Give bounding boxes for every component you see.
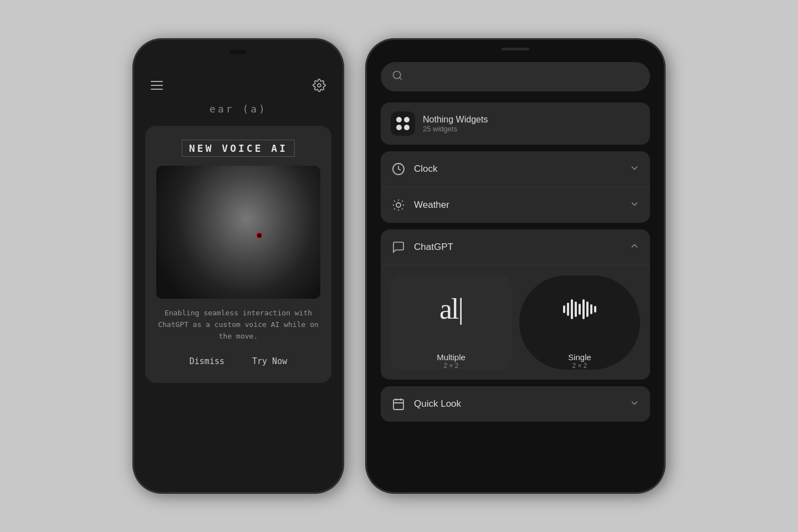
waveform-visual [563,299,596,319]
power-button[interactable] [342,142,344,181]
try-now-button[interactable]: Try Now [247,354,293,369]
left-header [145,79,331,92]
svg-point-0 [318,84,321,87]
search-icon [392,70,403,84]
quick-look-chevron [629,397,640,411]
left-phone: ear (a) NEW VOICE AI Enabling seamless i… [133,39,344,493]
multiple-widget-visual: al| [391,275,511,342]
multiple-widget-name: Multiple [437,352,466,362]
svg-line-11 [402,201,402,201]
chatgpt-label: ChatGPT [414,242,621,253]
chatgpt-widgets-grid: al| Multiple 2 × 2 [381,265,650,380]
multiple-label-area: Multiple 2 × 2 [437,342,466,370]
clock-icon [391,161,406,177]
quick-look-label: Quick Look [414,398,621,410]
clock-label: Clock [414,163,621,175]
promo-card: NEW VOICE AI Enabling seamless interacti… [145,126,331,383]
svg-rect-12 [393,400,403,410]
volume-down-button[interactable] [133,159,134,184]
nothing-app-info: Nothing Widgets 25 widgets [423,115,640,133]
chatgpt-row[interactable]: ChatGPT [381,229,650,265]
svg-line-8 [394,201,395,201]
single-widget-card[interactable]: Single 2 × 2 [519,275,640,370]
chatgpt-chevron [629,241,640,254]
nothing-app-icon [391,111,415,136]
card-actions: Dismiss Try Now [184,354,293,369]
clock-row[interactable]: Clock [381,151,650,187]
svg-point-3 [396,203,401,207]
svg-line-9 [402,208,402,209]
nothing-app-count: 25 widgets [423,125,640,133]
svg-point-1 [393,71,401,79]
card-title: NEW VOICE AI [182,140,295,157]
quick-look-row[interactable]: Quick Look [381,386,650,422]
single-label-area: Single 2 × 2 [568,342,591,370]
multiple-widget-card[interactable]: al| Multiple 2 × 2 [391,275,511,370]
svg-line-10 [394,208,395,209]
weather-icon [391,197,406,213]
clock-chevron [629,162,640,176]
chatgpt-section: ChatGPT al| Multiple [381,229,650,380]
card-image [156,166,320,299]
volume-up-button[interactable] [133,129,134,154]
weather-row[interactable]: Weather [381,187,650,223]
ai-text: al| [439,293,463,325]
search-bar[interactable] [381,62,650,91]
quick-look-section: Quick Look [381,386,650,422]
right-power-button[interactable] [664,151,665,195]
single-widget-visual [519,275,640,342]
nothing-widgets-app[interactable]: Nothing Widgets 25 widgets [381,103,650,145]
single-widget-name: Single [568,352,591,362]
dismiss-button[interactable]: Dismiss [184,354,230,369]
widget-list-section: Clock [381,151,650,223]
weather-chevron [629,198,640,212]
nothing-app-name: Nothing Widgets [423,115,640,125]
brand-logo: ear (a) [209,103,267,115]
multiple-widget-size: 2 × 2 [443,362,458,370]
chatgpt-icon [391,239,406,255]
right-phone: Nothing Widgets 25 widgets Clock [366,39,665,493]
weather-label: Weather [414,200,621,211]
hamburger-icon[interactable] [151,81,163,90]
gear-icon[interactable] [313,79,326,92]
single-widget-size: 2 × 2 [572,362,587,370]
card-description: Enabling seamless interaction with ChatG… [156,308,320,342]
calendar-icon [391,396,406,412]
